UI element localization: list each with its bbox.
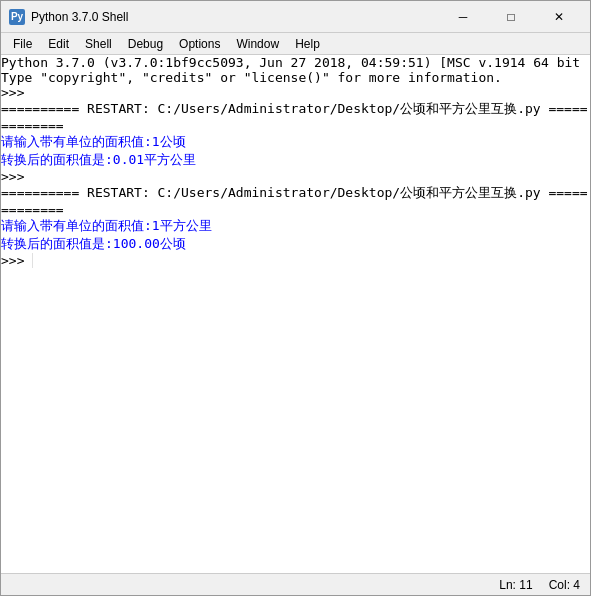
close-button[interactable]: ✕ <box>536 3 582 31</box>
prompt-3: >>> <box>1 253 32 268</box>
python-info-line: Type "copyright", "credits" or "license(… <box>1 70 502 85</box>
menu-window[interactable]: Window <box>228 35 287 53</box>
titlebar: Py Python 3.7.0 Shell ─ □ ✕ <box>1 1 590 33</box>
python-version-line: Python 3.7.0 (v3.7.0:1bf9cc5093, Jun 27 … <box>1 55 590 70</box>
menu-edit[interactable]: Edit <box>40 35 77 53</box>
cursor: █ <box>32 253 40 268</box>
result-2: 转换后的面积值是:100.00公顷 <box>1 236 186 251</box>
menu-file[interactable]: File <box>5 35 40 53</box>
statusbar: Ln: 11 Col: 4 <box>1 573 590 595</box>
input-prompt-1: 请输入带有单位的面积值:1公顷 <box>1 134 186 149</box>
line-number: Ln: 11 <box>499 578 532 592</box>
shell-output: Python 3.7.0 (v3.7.0:1bf9cc5093, Jun 27 … <box>1 55 590 268</box>
main-window: Py Python 3.7.0 Shell ─ □ ✕ File Edit Sh… <box>0 0 591 596</box>
menu-debug[interactable]: Debug <box>120 35 171 53</box>
minimize-button[interactable]: ─ <box>440 3 486 31</box>
shell-content[interactable]: Python 3.7.0 (v3.7.0:1bf9cc5093, Jun 27 … <box>1 55 590 573</box>
menubar: File Edit Shell Debug Options Window Hel… <box>1 33 590 55</box>
column-number: Col: 4 <box>549 578 580 592</box>
restart-separator-2: ========== RESTART: C:/Users/Administrat… <box>1 185 588 200</box>
prompt-1: >>> <box>1 85 32 100</box>
restart-separator-equals-1: ======== <box>1 118 64 133</box>
restart-separator-1: ========== RESTART: C:/Users/Administrat… <box>1 101 588 116</box>
maximize-button[interactable]: □ <box>488 3 534 31</box>
restart-separator-equals-2: ======== <box>1 202 64 217</box>
window-title: Python 3.7.0 Shell <box>31 10 440 24</box>
app-icon-label: Py <box>11 11 23 22</box>
menu-help[interactable]: Help <box>287 35 328 53</box>
input-prompt-2: 请输入带有单位的面积值:1平方公里 <box>1 218 212 233</box>
result-1: 转换后的面积值是:0.01平方公里 <box>1 152 196 167</box>
prompt-2: >>> <box>1 169 32 184</box>
window-controls: ─ □ ✕ <box>440 3 582 31</box>
app-icon: Py <box>9 9 25 25</box>
shell-area: Python 3.7.0 (v3.7.0:1bf9cc5093, Jun 27 … <box>1 55 590 573</box>
menu-options[interactable]: Options <box>171 35 228 53</box>
menu-shell[interactable]: Shell <box>77 35 120 53</box>
